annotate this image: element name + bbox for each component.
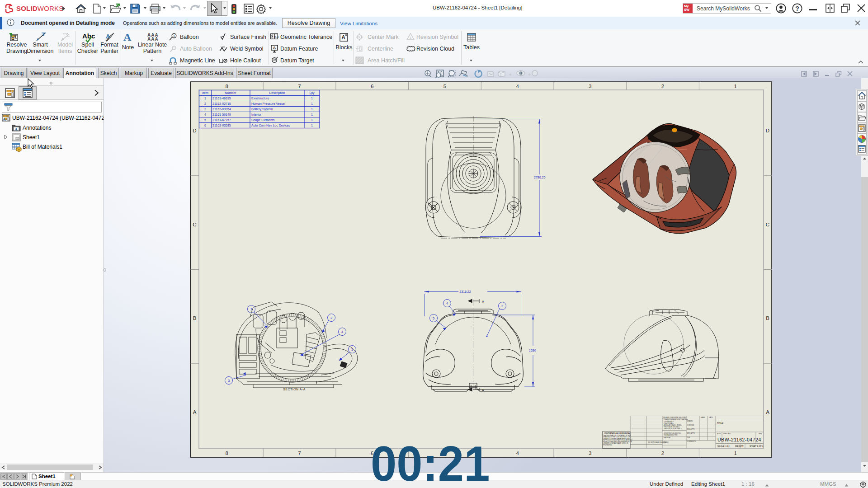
svg-text:3: 3 <box>204 108 206 111</box>
svg-text:MATERIAL: MATERIAL <box>664 437 671 439</box>
svg-text:Shape Elements: Shape Elements <box>251 118 275 122</box>
svg-text:Battery System: Battery System <box>251 108 273 111</box>
svg-text:DATE: DATE <box>709 417 712 418</box>
svg-text:1: 1 <box>173 34 175 38</box>
svg-text:TITLE:: TITLE: <box>717 422 724 424</box>
svg-text:7: 7 <box>298 84 301 89</box>
svg-text:3: 3 <box>589 450 591 456</box>
svg-text:A: A <box>273 45 276 50</box>
svg-text:5: 5 <box>443 84 446 89</box>
svg-text:A: A <box>341 34 345 41</box>
svg-text:1: 1 <box>311 108 313 111</box>
svg-text:2786.25: 2786.25 <box>534 176 545 179</box>
svg-text:WEIGHT:: WEIGHT: <box>735 445 744 447</box>
svg-text:2: 2 <box>330 316 332 320</box>
svg-text:NAME: NAME <box>701 417 705 418</box>
svg-text:2: 2 <box>204 102 206 105</box>
svg-text:Auto Com Nav Loc Devices: Auto Com Nav Loc Devices <box>251 124 290 127</box>
svg-text:1: 1 <box>311 102 313 105</box>
svg-text:3: 3 <box>589 84 591 89</box>
svg-text:Qty: Qty <box>310 91 315 95</box>
svg-text:ENG APPR.: ENG APPR. <box>687 428 695 430</box>
svg-text:5: 5 <box>433 316 434 320</box>
svg-text:Exostructure: Exostructure <box>251 97 269 100</box>
svg-text:A: A <box>106 33 110 40</box>
svg-text:1: 1 <box>173 47 175 50</box>
svg-text:A: A <box>193 409 197 415</box>
svg-text:Item: Item <box>202 91 208 94</box>
svg-text:4: 4 <box>516 84 519 89</box>
svg-text:DO NOT SCALE DRAWING: DO NOT SCALE DRAWING <box>648 441 666 443</box>
svg-text:REV: REV <box>759 433 762 435</box>
svg-text:CHECKED: CHECKED <box>687 424 694 426</box>
svg-text:SHEET 1 OF 1: SHEET 1 OF 1 <box>750 445 764 447</box>
svg-text:1: 1 <box>410 36 412 40</box>
svg-text:D: D <box>193 128 196 133</box>
svg-text:A: A <box>15 127 18 131</box>
svg-text:SECTION A-A: SECTION A-A <box>283 388 306 391</box>
svg-text:UNLESS OTHERWISE SPECIFIED:: UNLESS OTHERWISE SPECIFIED: <box>663 417 687 418</box>
svg-text:3: 3 <box>228 379 230 383</box>
svg-text:1: 1 <box>311 124 313 127</box>
svg-text:1: 1 <box>250 307 252 311</box>
svg-text:SIZE: SIZE <box>717 433 721 435</box>
svg-text:TOLERANCING PER:: TOLERANCING PER: <box>664 434 678 436</box>
svg-text:2: 2 <box>661 450 664 456</box>
svg-text:COMMENTS:: COMMENTS: <box>687 441 696 442</box>
svg-text:1: 1 <box>734 450 736 456</box>
svg-text:21162-02715: 21162-02715 <box>212 102 231 105</box>
svg-text:5: 5 <box>351 347 353 352</box>
svg-text:?: ? <box>795 5 799 12</box>
svg-text:21161-46335: 21161-46335 <box>212 97 231 100</box>
svg-text:21162-03354: 21162-03354 <box>212 108 231 111</box>
svg-text:B: B <box>766 315 769 321</box>
svg-text:Human Pressure Vessel: Human Pressure Vessel <box>251 102 286 105</box>
svg-text:5: 5 <box>204 118 206 122</box>
svg-text:4: 4 <box>204 113 206 116</box>
svg-text:8: 8 <box>226 450 228 456</box>
svg-text:SCALE: 1:14: SCALE: 1:14 <box>717 445 730 447</box>
svg-text:Description: Description <box>269 91 285 95</box>
svg-text:PROPRIETARY AND CONFIDENTIAL: PROPRIETARY AND CONFIDENTIAL <box>604 432 630 434</box>
svg-text:4: 4 <box>446 301 448 305</box>
svg-text:6: 6 <box>371 84 373 89</box>
svg-text:PROHIBITED.: PROHIBITED. <box>603 444 612 446</box>
svg-text:2: 2 <box>661 84 664 89</box>
svg-text:1: 1 <box>311 97 313 100</box>
svg-text:6: 6 <box>204 124 206 127</box>
svg-text:A1: A1 <box>273 57 276 60</box>
svg-text:1: 1 <box>311 118 313 122</box>
svg-text:4: 4 <box>516 450 519 456</box>
svg-text:Interior: Interior <box>251 113 261 116</box>
svg-text:B: B <box>193 315 197 321</box>
svg-text:21162-03585: 21162-03585 <box>212 124 231 127</box>
svg-text:Q.A.: Q.A. <box>687 436 690 438</box>
svg-text:21161-67757: 21161-67757 <box>212 118 231 122</box>
svg-text:Number: Number <box>225 91 237 94</box>
svg-text:A: A <box>482 389 484 392</box>
svg-text:1: 1 <box>734 84 736 89</box>
svg-text:7: 7 <box>298 450 301 456</box>
svg-text:DRAWN: DRAWN <box>687 420 693 422</box>
svg-text:4: 4 <box>341 330 343 334</box>
svg-text:DWG. NO.: DWG. NO. <box>723 433 731 435</box>
svg-text:0.3: 0.3 <box>274 35 278 39</box>
svg-text:THREE PLACE DECIMAL ±: THREE PLACE DECIMAL ± <box>664 428 682 430</box>
svg-text:1: 1 <box>311 113 313 116</box>
svg-text:UBW-21162-04724: UBW-21162-04724 <box>717 437 761 442</box>
svg-text:A: A <box>482 300 484 303</box>
svg-text:8: 8 <box>226 84 228 89</box>
svg-text:2316.22: 2316.22 <box>459 290 471 293</box>
svg-text:A: A <box>3 117 6 122</box>
svg-text:1: 1 <box>204 97 206 100</box>
svg-text:2: 2 <box>501 304 503 308</box>
svg-text:A: A <box>766 409 769 415</box>
svg-text:21161-50149: 21161-50149 <box>212 113 231 116</box>
svg-text:C: C <box>766 222 769 227</box>
svg-text:1530: 1530 <box>529 349 536 352</box>
svg-text:D: D <box>766 128 769 133</box>
svg-text:MFG APPR.: MFG APPR. <box>687 432 695 434</box>
svg-text:C: C <box>193 222 196 227</box>
